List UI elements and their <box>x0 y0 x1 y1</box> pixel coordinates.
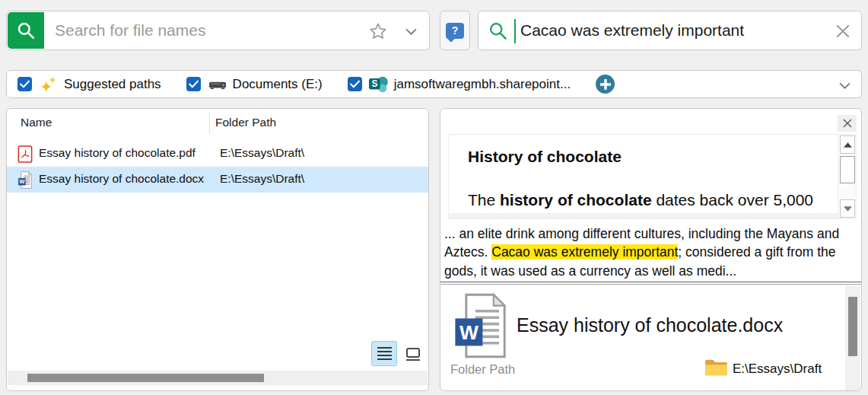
content-view-toggle[interactable] <box>402 344 424 364</box>
filter-documents-drive[interactable]: Documents (E:) <box>186 75 323 94</box>
checkbox-suggested-paths[interactable] <box>17 77 32 91</box>
content-search-input[interactable] <box>479 12 860 49</box>
folder-path-label: Folder Path <box>450 362 515 377</box>
word-file-icon-large: W <box>453 292 508 359</box>
preview-scrollbar-thumb[interactable] <box>840 156 855 183</box>
document-first-line: The history of chocolate dates back over… <box>468 191 813 209</box>
folder-path-value: E:\Essays\Draft <box>733 362 822 377</box>
result-row-pdf[interactable]: Essay history of chocolate.pdf E:\Essays… <box>7 141 428 167</box>
folder-icon <box>704 358 727 377</box>
checkmark-icon <box>189 80 199 88</box>
horizontal-scrollbar[interactable] <box>8 371 428 385</box>
horizontal-scrollbar-thumb[interactable] <box>27 374 264 382</box>
document-preview: History of chocolate The history of choc… <box>448 134 857 219</box>
preview-pane: History of chocolate The history of choc… <box>440 108 862 391</box>
file-folder-path: E:\Essays\Draft\ <box>220 172 304 186</box>
file-name: Essay history of chocolate.docx <box>39 172 204 186</box>
details-scrollbar-thumb[interactable] <box>848 297 857 356</box>
content-search-box <box>478 11 862 50</box>
close-preview-button[interactable] <box>838 115 857 132</box>
search-locations-bar: Suggested paths Documents (E:) <box>6 70 862 98</box>
svg-text:W: W <box>19 178 24 185</box>
checkmark-icon <box>350 80 360 88</box>
close-icon <box>843 119 852 128</box>
add-location-button[interactable] <box>596 75 615 94</box>
filter-label-documents-drive: Documents (E:) <box>233 77 323 92</box>
highlighted-match: Cacao was extremely important <box>491 244 678 260</box>
result-row-docx-selected[interactable]: W Essay history of chocolate.docx E:\Ess… <box>7 167 428 193</box>
ultrasearch-window: ? Suggested paths <box>0 0 868 395</box>
sharepoint-letter: S <box>371 78 377 89</box>
file-folder-path: E:\Essays\Draft\ <box>220 146 304 160</box>
locations-dropdown-chevron-icon[interactable] <box>839 82 851 89</box>
word-letter: W <box>459 321 479 344</box>
snippet-divider <box>440 282 862 285</box>
preview-bottom-band <box>449 213 838 218</box>
search-button[interactable] <box>8 12 44 49</box>
sharepoint-icon: S <box>369 75 389 94</box>
pdf-file-icon <box>17 145 33 163</box>
column-divider[interactable] <box>209 113 210 134</box>
preview-file-title: Essay history of chocolate.docx <box>517 314 783 336</box>
column-header-name[interactable]: Name <box>21 109 52 136</box>
checkbox-documents-drive[interactable] <box>186 77 201 91</box>
help-bubble-icon: ? <box>446 23 464 39</box>
filter-label-sharepoint: jamsoftwaregmbh.sharepoint... <box>394 77 571 92</box>
column-header-folder-path[interactable]: Folder Path <box>215 109 276 136</box>
help-button[interactable]: ? <box>440 11 470 50</box>
scroll-down-button[interactable] <box>840 199 855 218</box>
scroll-up-button[interactable] <box>840 135 855 154</box>
filter-label-suggested-paths: Suggested paths <box>64 77 161 92</box>
triangle-down-icon <box>844 206 852 212</box>
sparkles-icon <box>39 75 59 94</box>
filter-sharepoint[interactable]: S jamsoftwaregmbh.sharepoint... <box>348 75 571 94</box>
search-icon <box>16 21 36 40</box>
preview-scrollbar[interactable] <box>838 135 856 218</box>
results-list: Name Folder Path Essay history of chocol… <box>6 108 429 391</box>
match-snippet: ... an elite drink among different cultu… <box>444 225 847 280</box>
clear-search-icon[interactable] <box>835 23 851 40</box>
help-question-mark: ? <box>452 24 459 37</box>
favorite-star-icon[interactable] <box>368 21 388 41</box>
details-scrollbar[interactable] <box>845 285 860 390</box>
filename-search-box <box>6 11 430 50</box>
drive-icon <box>208 75 227 94</box>
triangle-up-icon <box>844 142 852 148</box>
list-view-toggle-active[interactable] <box>371 341 397 366</box>
plus-icon <box>600 79 611 90</box>
checkmark-icon <box>20 80 30 88</box>
word-file-icon: W <box>17 171 33 189</box>
filter-suggested-paths[interactable]: Suggested paths <box>17 75 161 94</box>
filename-search-input[interactable] <box>8 12 428 49</box>
list-view-icon <box>377 347 392 349</box>
checkbox-sharepoint[interactable] <box>348 77 362 91</box>
search-history-chevron-icon[interactable] <box>405 28 417 35</box>
file-name: Essay history of chocolate.pdf <box>39 146 196 160</box>
content-view-icon <box>406 348 420 358</box>
document-heading: History of chocolate <box>468 148 622 166</box>
